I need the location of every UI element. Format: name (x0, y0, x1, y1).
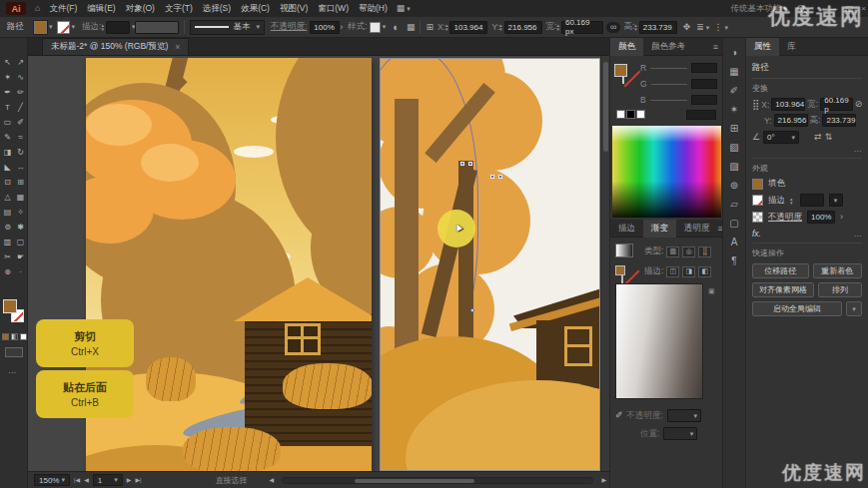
prop-y-input[interactable]: 216.956 (774, 114, 808, 127)
toolbar-more-icon[interactable]: … (8, 365, 17, 375)
stroke-weight-stepper[interactable]: ▴▾ (101, 23, 104, 31)
brushes-panel-icon[interactable]: ✐ (730, 86, 738, 96)
prop-h-input[interactable]: 233.739 (822, 114, 856, 127)
prev-artboard-button[interactable]: ◀ (84, 477, 89, 483)
color-mode-button[interactable] (2, 333, 9, 340)
transform-icon[interactable]: ✥ (683, 23, 691, 32)
gradient-type-linear-button[interactable]: ▥ (666, 246, 679, 257)
gradient-panel-icon[interactable]: ▧ (729, 143, 738, 153)
gradient-opacity-select[interactable]: ▾ (667, 409, 701, 422)
width-input[interactable]: 60.169 px (561, 21, 603, 34)
workspace-switcher-icon[interactable]: ▦▾ (397, 4, 411, 13)
align-pixel-grid-button[interactable]: 对齐像素网格 (752, 282, 814, 297)
gradient-mode-button[interactable] (11, 333, 18, 340)
gradient-type-radial-button[interactable]: ◎ (682, 246, 695, 257)
tab-transparency[interactable]: 透明度 (676, 220, 718, 238)
type-tool-icon[interactable]: T (2, 101, 14, 113)
tab-color-guide[interactable]: 颜色参考 (643, 38, 693, 56)
x-stepper[interactable]: ▴▾ (445, 23, 448, 31)
shaper-tool-icon[interactable]: ≈ (15, 131, 27, 143)
global-edit-options-button[interactable]: ▾ (846, 301, 862, 316)
align-objects-icon[interactable]: ≣▾ (696, 23, 709, 32)
canvas-pasteboard[interactable]: ▲ 剪切 Ctrl+X 贴在后面 Ctrl+B (28, 56, 609, 471)
direct-selection-tool-icon[interactable]: ↗ (15, 56, 27, 68)
menu-item-7[interactable]: 窗口(W) (318, 3, 349, 15)
pencil-tool-icon[interactable]: ✎ (2, 131, 14, 143)
close-button[interactable]: × (861, 4, 866, 13)
last-artboard-button[interactable]: ▶| (135, 477, 141, 483)
hand-tool-icon[interactable]: ☛ (15, 250, 27, 262)
tab-libraries[interactable]: 库 (779, 38, 804, 56)
rotate-tool-icon[interactable]: ↻ (15, 146, 27, 158)
next-artboard-button[interactable]: ▶ (127, 477, 132, 483)
menu-item-1[interactable]: 编辑(E) (87, 3, 115, 15)
vertical-scrollbar[interactable] (600, 56, 609, 471)
transform-more-icon[interactable]: … (752, 144, 862, 154)
rectangle-tool-icon[interactable]: ▭ (2, 116, 14, 128)
color-fill-swatch[interactable] (614, 64, 627, 77)
style-swatch[interactable] (370, 22, 381, 33)
gradient-stroke-within-button[interactable]: ◫ (666, 266, 679, 277)
paintbrush-tool-icon[interactable]: ✐ (15, 116, 27, 128)
gradient-preview[interactable] (615, 283, 703, 399)
eraser-tool-icon[interactable]: ◨ (2, 146, 14, 158)
transparency-panel-icon[interactable]: ▨ (729, 162, 738, 172)
scroll-right-button[interactable]: ▶ (601, 477, 606, 483)
appearance-stroke-swatch[interactable] (752, 195, 763, 206)
eyedropper-tool-icon[interactable]: ✧ (15, 206, 27, 218)
artboards-panel-icon[interactable]: ▢ (729, 219, 738, 229)
workspace-selector[interactable]: 传统基本功能▾ (730, 3, 787, 15)
stroke-swatch[interactable] (57, 21, 70, 34)
menu-item-4[interactable]: 选择(S) (203, 3, 231, 15)
menu-item-8[interactable]: 帮助(H) (359, 3, 388, 15)
anchor-point[interactable] (468, 162, 472, 166)
tab-stroke[interactable]: 描边 (610, 220, 643, 238)
anchor-point[interactable] (460, 162, 464, 166)
menu-item-3[interactable]: 文字(T) (165, 3, 193, 15)
channel-slider-2[interactable] (650, 100, 687, 101)
fill-stroke-proxy[interactable] (3, 299, 25, 325)
channel-value-input-0[interactable] (691, 63, 717, 73)
recolor-artwork-icon[interactable]: ◐ (393, 22, 400, 33)
appearance-opacity-swatch[interactable] (752, 212, 763, 223)
stroke-weight-input[interactable] (106, 21, 130, 34)
scale-tool-icon[interactable]: ◣ (2, 161, 14, 173)
anchor-point[interactable] (498, 175, 502, 179)
y-input[interactable]: 216.956 (504, 21, 542, 34)
character-panel-icon[interactable]: A (731, 238, 738, 247)
tab-properties[interactable]: 属性 (746, 38, 779, 56)
mesh-tool-icon[interactable]: ▦ (15, 191, 27, 203)
white-swatch[interactable] (636, 110, 645, 119)
gradient-annotator-icon[interactable]: ▣ (708, 287, 715, 294)
zoom-level-select[interactable]: 150%▾ (34, 474, 70, 486)
gradient-thumbnail[interactable] (615, 244, 633, 257)
perspective-grid-tool-icon[interactable]: △ (2, 191, 14, 203)
line-tool-icon[interactable]: ╱ (15, 101, 27, 113)
gradient-stroke-along-button[interactable]: ◨ (682, 266, 695, 277)
prop-x-input[interactable]: 103.964 (771, 98, 805, 111)
toolbar-edit-icon[interactable]: · (15, 265, 27, 277)
x-input[interactable]: 103.964 (449, 21, 487, 34)
anchor-point[interactable] (470, 308, 474, 312)
gradient-tool-icon[interactable]: ▤ (2, 206, 14, 218)
opacity-expand-icon[interactable]: › (340, 23, 343, 32)
gradient-stroke-across-button[interactable]: ◧ (698, 266, 711, 277)
symbols-panel-icon[interactable]: ✶ (730, 105, 738, 115)
channel-value-input-2[interactable] (691, 95, 717, 105)
layers-panel-icon[interactable]: ▱ (730, 200, 738, 210)
zoom-tool-icon[interactable]: ⊕ (2, 265, 14, 277)
appearance-panel-icon[interactable]: ⊚ (730, 181, 738, 191)
appearance-stroke-weight-input[interactable] (800, 194, 824, 207)
width-stepper[interactable]: ▴▾ (556, 23, 559, 31)
menu-item-5[interactable]: 效果(C) (241, 3, 270, 15)
gradient-eyedropper-icon[interactable]: ✐ (615, 411, 623, 420)
distribute-objects-icon[interactable]: ⋮▾ (713, 23, 728, 32)
gradient-fill-swatch[interactable] (615, 265, 625, 275)
pen-tool-icon[interactable]: ✒ (2, 86, 14, 98)
channel-slider-0[interactable] (650, 68, 687, 69)
document-setup-grid-icon[interactable]: ▦ (407, 23, 416, 32)
prop-w-input[interactable]: 60.169 p (820, 98, 852, 111)
appearance-fill-swatch[interactable] (752, 179, 763, 190)
channel-slider-1[interactable] (651, 84, 687, 85)
tab-color[interactable]: 颜色 (610, 38, 643, 56)
